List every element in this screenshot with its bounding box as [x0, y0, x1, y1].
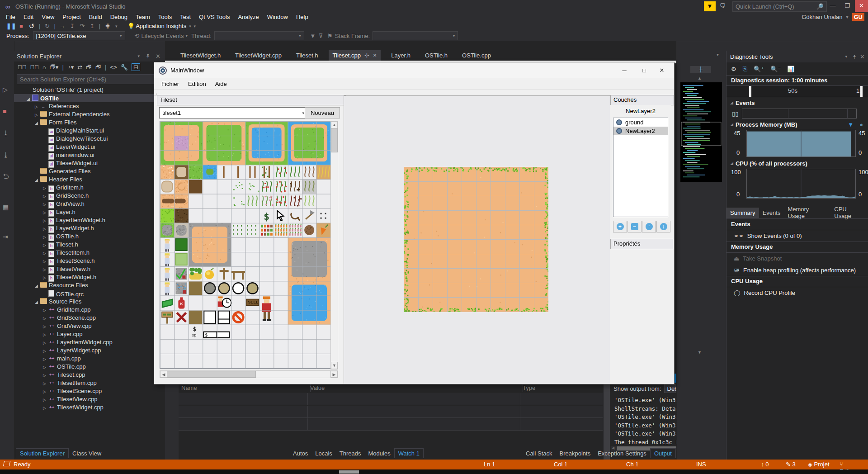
tree-item-tilesetscene-h[interactable]: ▷hTilesetScene.h: [14, 257, 165, 265]
output-tab-call-stack[interactable]: Call Stack: [522, 449, 556, 458]
collapsed-arrow-icon[interactable]: ▷: [43, 233, 48, 241]
tree-item-griditem-cpp[interactable]: ▷⁺⁺GridItem.cpp: [14, 306, 165, 314]
events-swimlane[interactable]: [742, 109, 857, 118]
tree-item-tilesetwidget-h[interactable]: ▷hTilesetWidget.h: [14, 273, 165, 281]
filter2-icon[interactable]: ⊽: [317, 33, 325, 39]
collapsed-arrow-icon[interactable]: ▷: [43, 322, 48, 331]
mw-menu-edition[interactable]: Edition: [184, 80, 211, 88]
code-analysis-icon[interactable]: ⋕: [102, 23, 113, 29]
timeline-left-handle[interactable]: [749, 86, 751, 97]
mainwindow-titlebar[interactable]: MainWindow ─ □ ✕: [154, 62, 674, 78]
collapsed-arrow-icon[interactable]: ▷: [43, 184, 48, 192]
collapsed-arrow-icon[interactable]: ▷: [43, 209, 48, 217]
vs-menu-build[interactable]: Build: [85, 13, 106, 21]
stop-button[interactable]: ■: [16, 23, 26, 29]
process-combo[interactable]: [12040] OSTile.exe ▾: [33, 31, 125, 40]
panel-tab-solution-explorer[interactable]: Solution Explorer: [16, 448, 69, 458]
editor-tab-tilesetwidget-cpp[interactable]: TilesetWidget.cpp: [231, 50, 286, 61]
sync-with-active-icon[interactable]: ⊟: [132, 63, 140, 71]
vs-menu-window[interactable]: Window: [263, 13, 292, 21]
splitter-handle[interactable]: ╪: [690, 66, 711, 73]
tileset-vscrollbar[interactable]: ▲ ▼: [330, 121, 338, 370]
panel-tab-class-view[interactable]: Class View: [69, 449, 105, 458]
memory-dot-icon[interactable]: ●: [859, 121, 863, 128]
tileset-grid[interactable]: [160, 121, 331, 369]
diag-tab-events[interactable]: Events: [759, 208, 784, 218]
vs-menu-qt-vs-tools[interactable]: Qt VS Tools: [195, 13, 234, 21]
tree-item-ostile[interactable]: ◢OSTile: [14, 94, 165, 102]
tree-item-tilesetwidget-cpp[interactable]: ▷⁺⁺TilesetWidget.cpp: [14, 403, 165, 412]
code-icon[interactable]: <>: [110, 64, 117, 71]
settings-icon[interactable]: ⚙: [731, 66, 736, 72]
expanded-arrow-icon[interactable]: ◢: [35, 282, 40, 290]
tree-item-tilesetview-h[interactable]: ▷hTilesetView.h: [14, 265, 165, 273]
diag-pin-icon[interactable]: 🖈: [852, 53, 858, 60]
watch-row[interactable]: [179, 393, 603, 405]
diag-close-icon[interactable]: ✕: [860, 53, 865, 60]
tree-item-ostile-cpp[interactable]: ▷⁺⁺OSTile.cpp: [14, 363, 165, 371]
mw-minimize-button[interactable]: ─: [614, 67, 634, 74]
collapsed-arrow-icon[interactable]: ▷: [43, 396, 48, 404]
user-dropdown-icon[interactable]: ▼: [845, 15, 849, 19]
move-layer-up-button[interactable]: ↑: [642, 221, 656, 232]
tree-item-layer-h[interactable]: ▷hLayer.h: [14, 208, 165, 216]
tree-item-gridscene-cpp[interactable]: ▷⁺⁺GridScene.cpp: [14, 314, 165, 322]
diagnostics-header[interactable]: Diagnostic Tools ▾ 🖈 ✕: [726, 51, 868, 62]
collapsed-arrow-icon[interactable]: ▷: [43, 363, 48, 371]
tree-item-dialogmainstart-ui[interactable]: uiDialogMainStart.ui: [14, 127, 165, 135]
vs-menu-view[interactable]: View: [38, 13, 58, 21]
vs-menu-debug[interactable]: Debug: [106, 13, 132, 21]
expanded-arrow-icon[interactable]: ◢: [35, 176, 40, 184]
remove-layer-button[interactable]: −: [627, 221, 642, 232]
forward-icon[interactable]: ▸⃝: [30, 64, 39, 71]
tree-item-ostile-h[interactable]: ▷hOSTile.h: [14, 232, 165, 241]
home-icon[interactable]: ⌂: [42, 64, 46, 71]
tree-item-tilesetitem-cpp[interactable]: ▷⁺⁺TilesetItem.cpp: [14, 379, 165, 387]
editor-tab-ostile-h[interactable]: OSTile.h: [421, 50, 452, 61]
user-name[interactable]: Gökhan Unalan: [802, 14, 842, 20]
wrench-icon[interactable]: 🔧: [121, 64, 128, 71]
output-tab-output[interactable]: Output: [650, 448, 676, 458]
vs-menu-edit[interactable]: Edit: [19, 13, 38, 21]
mw-menu-aide[interactable]: Aide: [211, 80, 231, 88]
collapsed-arrow-icon[interactable]: ▷: [43, 217, 48, 225]
tree-item-gridscene-h[interactable]: ▷hGridScene.h: [14, 192, 165, 200]
watch-row[interactable]: [179, 406, 603, 418]
tree-item-tilesetwidget-ui[interactable]: uiTilesetWidget.ui: [14, 159, 165, 167]
expanded-arrow-icon[interactable]: ◢: [35, 298, 40, 306]
solution-explorer-search[interactable]: Search Solution Explorer (Ctrl+$): [17, 74, 162, 84]
collapsed-arrow-icon[interactable]: ▷: [43, 404, 48, 412]
layer-list[interactable]: groundNewLayer2: [613, 118, 668, 217]
tree-item-layeritemwidget-h[interactable]: ▷hLayerItemWidget.h: [14, 216, 165, 224]
editor-tab-tileset-h[interactable]: Tileset.h: [292, 50, 322, 61]
import2-icon[interactable]: ⭳: [3, 151, 9, 158]
layer-item-newlayer2[interactable]: NewLayer2: [613, 127, 668, 135]
collapsed-arrow-icon[interactable]: ▷: [43, 347, 48, 355]
memory-chart[interactable]: [746, 130, 856, 157]
diag-dropdown-icon[interactable]: ▾: [845, 54, 848, 59]
stop-small-icon[interactable]: ■: [3, 108, 6, 115]
collapsed-arrow-icon[interactable]: ▷: [43, 379, 48, 388]
toolbar-overflow-icon[interactable]: ▾: [113, 24, 119, 28]
map-canvas[interactable]: [404, 167, 548, 312]
watch-tab-locals[interactable]: Locals: [311, 449, 336, 458]
layer-visibility-icon[interactable]: [616, 119, 622, 125]
tree-item-tilesetview-cpp[interactable]: ▷⁺⁺TilesetView.cpp: [14, 395, 165, 403]
project-status[interactable]: ◈ Projet: [808, 461, 830, 468]
tree-item-layerwidget-h[interactable]: ▷hLayerWidget.h: [14, 224, 165, 232]
tree-item-gridview-h[interactable]: ▷hGridView.h: [14, 200, 165, 208]
dock-icon[interactable]: ⇥: [3, 233, 8, 240]
cpu-collapse-icon[interactable]: ◢: [730, 161, 733, 166]
tree-item-mainwindow-ui[interactable]: uimainwindow.ui: [14, 151, 165, 159]
watch-tab-autos[interactable]: Autos: [289, 449, 311, 458]
panel-dropdown-icon[interactable]: ▾: [138, 54, 140, 58]
new-tileset-button[interactable]: Nouveau: [305, 107, 340, 118]
output-tab-breakpoints[interactable]: Breakpoints: [556, 449, 594, 458]
collapsed-arrow-icon[interactable]: ▷: [43, 225, 48, 233]
memory-collapse-icon[interactable]: ◢: [730, 122, 733, 127]
code-minimap[interactable]: [680, 82, 722, 182]
feedback-filter-icon[interactable]: ▼: [704, 1, 716, 11]
editor-tab-ostile-cpp[interactable]: OSTile.cpp: [458, 50, 495, 61]
tree-item-generated-files[interactable]: Generated Files: [14, 167, 165, 175]
collapsed-arrow-icon[interactable]: ▷: [43, 200, 48, 209]
